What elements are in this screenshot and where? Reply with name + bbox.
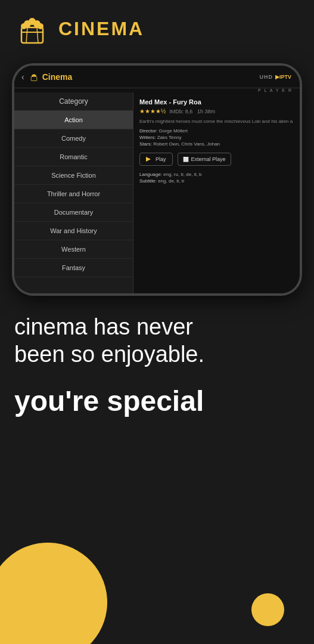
back-arrow-icon[interactable]: ‹ — [21, 72, 24, 82]
movie-stars-cast: Stars: Robert Own, Chris Vans, Johan — [139, 141, 294, 147]
svg-point-8 — [38, 23, 43, 29]
movie-director: Director: Gorge Möllert — [139, 128, 294, 134]
app-title: CINEMA — [58, 18, 144, 40]
movie-meta: ★★★★½ IMDb: 8,6 1h 38m — [139, 108, 294, 114]
uhd-label: UHD — [259, 74, 273, 80]
screen-content: Category Action Comedy Romantic Science … — [14, 92, 300, 293]
cinema-small-icon — [29, 72, 39, 82]
movie-imdb: IMDb: 8,6 1h 38m — [169, 109, 215, 114]
category-thriller-horror[interactable]: Thriller and Horror — [14, 185, 133, 203]
player-label-bar: P L A Y E R — [14, 88, 300, 92]
svg-point-12 — [34, 75, 36, 76]
movie-title: Med Mex - Fury Roa — [139, 98, 294, 106]
screen-topbar: ‹ Cinema UHD ▶IPTV — [14, 66, 300, 88]
category-science-fiction[interactable]: Science Fiction — [14, 166, 133, 185]
external-icon: ⬜ — [183, 157, 189, 162]
phone-mockup: ‹ Cinema UHD ▶IPTV P L A Y E R — [12, 63, 302, 296]
iptv-label: ▶IPTV — [275, 74, 291, 80]
phone-mockup-container: ‹ Cinema UHD ▶IPTV P L A Y E R — [0, 63, 314, 296]
promo-section: cinema has never been so enjoyable. you'… — [0, 296, 314, 429]
phone-screen: ‹ Cinema UHD ▶IPTV P L A Y E R — [14, 66, 300, 293]
yellow-blob-left — [0, 530, 120, 644]
svg-point-7 — [21, 23, 27, 29]
bottom-decoration — [0, 513, 314, 644]
screen-cinema-label: Cinema — [42, 72, 73, 82]
svg-line-3 — [37, 27, 38, 43]
promo-special: you're special — [14, 386, 300, 417]
play-button[interactable]: Play — [139, 153, 173, 166]
category-fantasy[interactable]: Fantasy — [14, 259, 133, 277]
movie-description: Earth's mightiest heroes must come the m… — [139, 118, 294, 125]
svg-rect-0 — [21, 27, 43, 43]
category-romantic[interactable]: Romantic — [14, 148, 133, 166]
categories-panel: Category Action Comedy Romantic Science … — [14, 92, 133, 293]
category-documentary[interactable]: Documentary — [14, 203, 133, 222]
action-buttons: Play ⬜ External Playe — [139, 153, 294, 166]
movie-detail-panel: Med Mex - Fury Roa ★★★★½ IMDb: 8,6 1h 38… — [133, 92, 300, 293]
svg-line-2 — [26, 27, 27, 43]
play-triangle-icon — [146, 157, 151, 162]
category-header: Category — [14, 92, 133, 111]
svg-rect-9 — [31, 76, 37, 80]
movie-stars: ★★★★½ — [139, 108, 166, 114]
category-war-history[interactable]: War and History — [14, 222, 133, 240]
subtitle-info: Subtitle: eng, de, it, tr — [139, 178, 294, 184]
category-comedy[interactable]: Comedy — [14, 129, 133, 148]
movie-writers: Writers: Zaks Tenny — [139, 135, 294, 140]
language-info: Language: eng, ru, tr, de, it, b — [139, 172, 294, 177]
uhd-badge: UHD ▶IPTV — [259, 72, 293, 82]
app-header: CINEMA — [0, 0, 314, 57]
player-text: P L A Y E R — [258, 88, 293, 92]
category-action[interactable]: Action — [14, 111, 133, 129]
yellow-circle-right — [251, 593, 284, 626]
promo-line1: cinema has never — [14, 314, 300, 341]
promo-line2: been so enjoyable. — [14, 341, 300, 369]
popcorn-logo-icon — [14, 11, 50, 47]
category-western[interactable]: Western — [14, 240, 133, 259]
external-player-button[interactable]: ⬜ External Playe — [178, 153, 231, 166]
